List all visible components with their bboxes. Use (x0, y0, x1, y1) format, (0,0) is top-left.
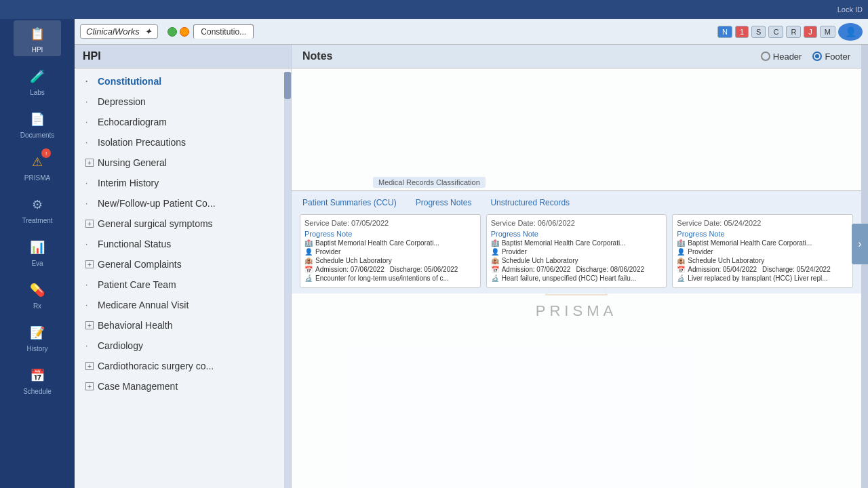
hpi-item-isolation[interactable]: ·Isolation Precautions (75, 132, 291, 152)
expand-icon-behavioral: + (85, 321, 94, 329)
hpi-item-echocardiogram[interactable]: ·Echocardiogram (75, 112, 291, 132)
hpi-item-nursing[interactable]: +Nursing General (75, 152, 291, 173)
bullet-icon-constitutional: · (85, 77, 94, 86)
record-facility-1: Schedule Uch Laboratory (502, 257, 578, 264)
hpi-item-behavioral[interactable]: +Behavioral Health (75, 315, 291, 336)
header-radio-item[interactable]: Header (761, 52, 802, 62)
record-org-row-0: 🏥Baptist Memorial Health Care Corporati.… (304, 239, 476, 247)
record-org-0: Baptist Memorial Health Care Corporati..… (315, 239, 439, 247)
hpi-header: HPI (75, 45, 291, 68)
sidebar-item-documents[interactable]: 📄 Documents (14, 106, 61, 142)
bullet-icon-isolation: · (85, 138, 94, 147)
sidebar-item-schedule[interactable]: 📅 Schedule (14, 362, 61, 398)
toolbar-btn-c[interactable]: C (768, 26, 783, 38)
record-discharge-2: Discharge: 05/24/2022 (762, 266, 831, 273)
toolbar-tab-constitution[interactable]: Constitutio... (193, 24, 254, 39)
records-overlay: Patient Summaries (CCU) Progress Notes U… (292, 190, 861, 293)
hpi-item-case-management[interactable]: +Case Management (75, 376, 291, 396)
sidebar-item-eva[interactable]: 📊 Eva (14, 234, 61, 270)
sidebar-item-prisma[interactable]: ⚠ ! PRISMA (14, 148, 61, 184)
record-org-2: Baptist Memorial Health Care Corporati..… (688, 239, 812, 247)
sidebar-item-treatment[interactable]: ⚙ Treatment (14, 191, 61, 227)
toolbar-btn-n[interactable]: N (717, 26, 732, 38)
sidebar-item-hpi-label: HPI (32, 46, 43, 54)
top-bar-text: Lock ID (837, 5, 863, 14)
hpi-item-general-complaints[interactable]: +General Complaints (75, 254, 291, 274)
provider-icon-0: 👤 (304, 248, 313, 256)
hpi-item-depression[interactable]: ·Depression (75, 92, 291, 112)
nav-next-arrow[interactable]: › (852, 224, 868, 264)
hpi-item-label-isolation: Isolation Precautions (98, 137, 186, 148)
toolbar-btn-s[interactable]: S (751, 26, 766, 38)
sidebar-item-prisma-label: PRISMA (24, 174, 50, 182)
bullet-icon-patient-care: · (85, 280, 94, 289)
record-org-row-1: 🏥Baptist Memorial Health Care Corporati.… (491, 239, 663, 247)
hpi-item-medicare[interactable]: ·Medicare Annual Visit (75, 295, 291, 315)
record-provider-0: Provider (315, 248, 340, 256)
record-service-date-2: Service Date: 05/24/2022 (677, 219, 848, 227)
hpi-item-patient-care[interactable]: ·Patient Care Team (75, 274, 291, 295)
hpi-item-general-surgical[interactable]: +General surgical symptoms (75, 214, 291, 234)
footer-radio-item[interactable]: Footer (812, 52, 850, 62)
record-card-0[interactable]: Service Date: 07/05/2022 Progress Note 🏥… (300, 214, 481, 288)
facility-icon-0: 🏨 (304, 257, 313, 264)
sidebar-item-labs-label: Labs (30, 89, 45, 96)
diagnosis-icon-2: 🔬 (677, 274, 685, 282)
expand-icon-nursing: + (85, 159, 94, 167)
expand-icon-case-management: + (85, 382, 94, 390)
records-tab-summaries[interactable]: Patient Summaries (CCU) (300, 197, 399, 209)
record-org-row-2: 🏥Baptist Memorial Health Care Corporati.… (677, 239, 848, 247)
record-provider-2: Provider (688, 248, 713, 256)
hpi-item-constitutional[interactable]: ·Constitutional (75, 71, 291, 92)
hpi-item-functional[interactable]: ·Functional Status (75, 234, 291, 254)
toolbar-btn-j[interactable]: J (804, 26, 817, 38)
record-card-2[interactable]: Service Date: 05/24/2022 Progress Note 🏥… (672, 214, 853, 288)
hpi-item-cardiology[interactable]: ·Cardiology (75, 336, 291, 356)
notes-panel: Notes Header Footer PRISMA (292, 45, 861, 488)
record-diagnosis-row-2: 🔬Liver replaced by transplant (HCC) Live… (677, 274, 848, 282)
record-card-1[interactable]: Service Date: 06/06/2022 Progress Note 🏥… (486, 214, 667, 288)
records-tabs: Patient Summaries (CCU) Progress Notes U… (300, 197, 853, 209)
toolbar-btn-r[interactable]: R (786, 26, 801, 38)
bullet-icon-echocardiogram: · (85, 117, 94, 127)
sidebar-item-labs[interactable]: 🧪 Labs (14, 63, 61, 99)
hpi-item-label-general-complaints: General Complaints (98, 259, 182, 270)
hpi-icon: 📋 (26, 23, 48, 45)
sidebar-item-history[interactable]: 📝 History (14, 319, 61, 355)
user-avatar[interactable]: 👤 (838, 23, 863, 41)
bullet-icon-interim: · (85, 178, 94, 188)
treatment-icon: ⚙ (26, 194, 48, 216)
hpi-scrolltrack[interactable] (284, 72, 291, 488)
left-sidebar: 📋 HPI 🧪 Labs 📄 Documents ⚠ ! PRISMA ⚙ Tr… (0, 0, 75, 488)
admission-icon-2: 📅 (677, 266, 685, 273)
notes-title: Notes (302, 50, 332, 62)
record-admission-2: Admission: 05/04/2022 (688, 266, 757, 273)
hpi-title: HPI (83, 50, 101, 62)
org-icon-2: 🏥 (677, 239, 685, 247)
sidebar-item-rx[interactable]: 💊 Rx (14, 277, 61, 312)
hpi-item-new-followup[interactable]: ·New/Follow-up Patient Co... (75, 193, 291, 214)
labs-icon: 🧪 (26, 66, 48, 87)
records-tab-unstructured[interactable]: Unstructured Records (488, 197, 572, 209)
sidebar-item-hpi[interactable]: 📋 HPI (14, 20, 61, 56)
toolbar-right: N 1 S C R J M 👤 (717, 23, 863, 41)
hpi-scrollthumb (284, 72, 291, 99)
records-tab-progress[interactable]: Progress Notes (413, 197, 475, 209)
schedule-icon: 📅 (26, 365, 48, 386)
org-icon-1: 🏥 (491, 239, 499, 247)
prisma-badge: ! (41, 148, 51, 158)
bullet-icon-new-followup: · (85, 199, 94, 208)
toolbar-btn-1[interactable]: 1 (735, 26, 749, 38)
prisma-watermark-text: PRISMA (536, 302, 617, 320)
hpi-item-interim[interactable]: ·Interim History (75, 173, 291, 193)
header-radio-circle (761, 52, 770, 61)
records-classification-banner: Medical Records Classification (373, 177, 486, 188)
hpi-item-cardiothoracic[interactable]: +Cardiothoracic surgery co... (75, 356, 291, 376)
record-type-0: Progress Note (304, 230, 476, 238)
record-service-date-1: Service Date: 06/06/2022 (491, 219, 663, 227)
record-provider-1: Provider (502, 248, 527, 256)
record-diagnosis-2: Liver replaced by transplant (HCC) Liver… (688, 274, 827, 282)
record-admission-1: Admission: 07/06/2022 (502, 266, 571, 273)
toolbar-btn-m[interactable]: M (820, 26, 835, 38)
logo-icon: ✦ (144, 26, 152, 37)
